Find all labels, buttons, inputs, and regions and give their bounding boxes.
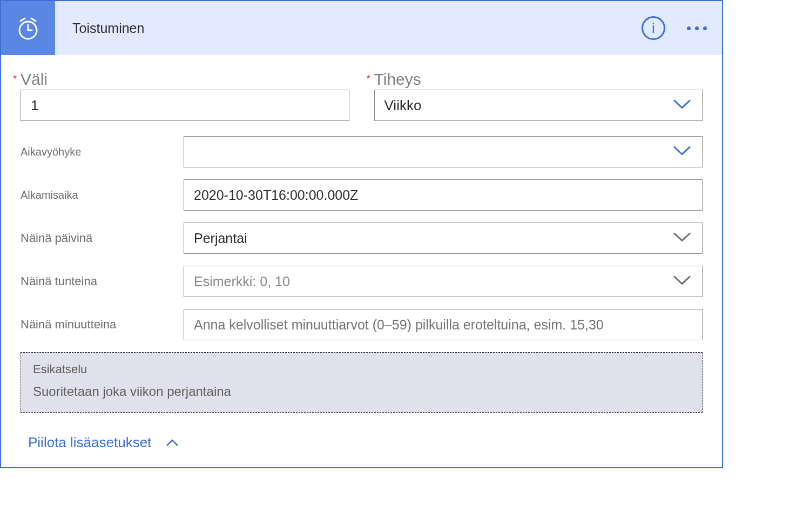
- required-star: *: [13, 73, 17, 85]
- required-star: *: [367, 73, 370, 85]
- chevron-up-icon: [165, 434, 179, 451]
- at-hours-placeholder: Esimerkki: 0, 10: [194, 274, 290, 289]
- on-days-label: Näinä päivinä: [21, 231, 184, 245]
- at-hours-select[interactable]: Esimerkki: 0, 10: [184, 266, 703, 297]
- on-days-select[interactable]: Perjantai: [184, 223, 703, 254]
- frequency-select[interactable]: Viikko: [374, 90, 703, 121]
- chevron-down-icon: [672, 274, 692, 289]
- timezone-select[interactable]: [184, 136, 703, 167]
- hide-advanced-label: Piilota lisäasetukset: [28, 434, 151, 451]
- card-body: * Väli * Tiheys Viikko Aikavyöhyk: [1, 55, 722, 467]
- chevron-down-icon: [672, 231, 692, 246]
- frequency-value: Viikko: [384, 97, 422, 114]
- clock-icon: [1, 1, 55, 55]
- chevron-down-icon: [672, 144, 692, 160]
- hide-advanced-link[interactable]: Piilota lisäasetukset: [21, 434, 179, 451]
- interval-label: * Väli: [21, 70, 349, 89]
- timezone-label: Aikavyöhyke: [21, 146, 184, 158]
- preview-box: Esikatselu Suoritetaan joka viikon perja…: [21, 352, 703, 413]
- preview-text: Suoritetaan joka viikon perjantaina: [33, 384, 690, 399]
- recurrence-card: Toistuminen i * Väli * Tiheys: [0, 0, 723, 468]
- frequency-label: * Tiheys: [374, 70, 703, 89]
- chevron-down-icon: [672, 97, 692, 114]
- card-title: Toistuminen: [72, 21, 144, 36]
- card-header: Toistuminen i: [1, 1, 722, 55]
- at-hours-label: Näinä tunteina: [21, 274, 184, 288]
- preview-title: Esikatselu: [33, 362, 690, 376]
- info-icon[interactable]: i: [642, 16, 665, 40]
- at-minutes-input[interactable]: [184, 309, 703, 340]
- interval-input[interactable]: [21, 90, 349, 121]
- at-minutes-label: Näinä minuutteina: [21, 318, 184, 332]
- more-menu-icon[interactable]: [687, 26, 707, 30]
- on-days-value: Perjantai: [194, 231, 247, 246]
- start-time-input[interactable]: [184, 179, 703, 211]
- start-time-label: Alkamisaika: [21, 189, 184, 201]
